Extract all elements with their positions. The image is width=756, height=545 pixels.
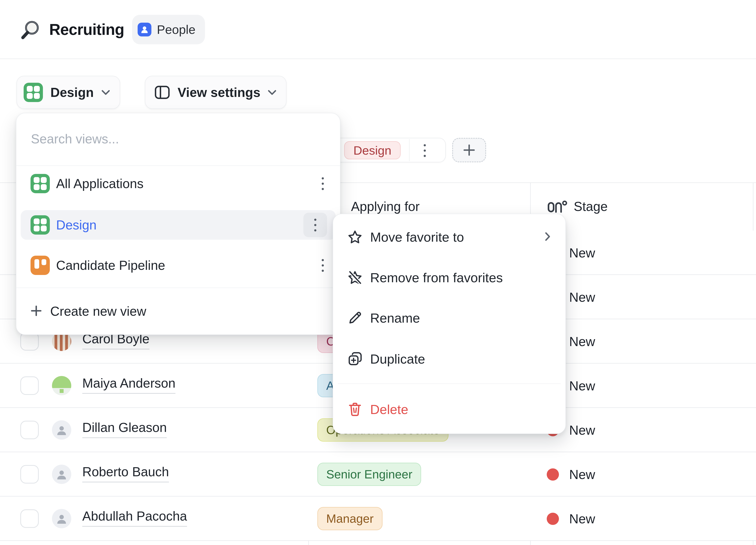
stage-label: New [569, 467, 595, 482]
row-checkbox[interactable] [20, 465, 39, 484]
app-canvas: Applying for Stage NewNewCarol BoyleCNew… [0, 0, 756, 545]
tab-badge-design[interactable]: Design [344, 141, 401, 159]
panel-divider [16, 288, 340, 288]
menu-item-rename[interactable]: Rename [338, 301, 561, 335]
object-type-badge[interactable]: People [132, 15, 205, 44]
menu-item-label: Move favorite to [370, 229, 545, 244]
person-name-link[interactable]: Abdullah Pacocha [82, 509, 187, 527]
stage-cell: New [547, 497, 595, 541]
chevron-right-icon [545, 232, 550, 242]
kanban-view-icon [31, 256, 50, 275]
create-new-view-label: Create new view [50, 304, 146, 319]
stage-status-icon [547, 198, 568, 214]
view-item-kebab-icon[interactable] [322, 259, 324, 272]
view-selector-button[interactable]: Design [17, 76, 120, 109]
view-item-label: All Applications [56, 176, 322, 191]
page-header: Recruiting People [0, 0, 756, 59]
stage-label: New [569, 511, 595, 526]
menu-item-duplicate[interactable]: Duplicate [338, 342, 561, 376]
stage-dot-icon [547, 513, 559, 525]
chevron-down-icon [101, 89, 110, 95]
menu-item-delete[interactable]: Delete [338, 392, 561, 426]
chevron-down-icon [268, 89, 277, 95]
applying-for-badge: Senior Engineer [317, 463, 421, 486]
stage-label: New [569, 290, 595, 305]
people-icon [138, 23, 151, 36]
plus-icon [30, 305, 42, 318]
magnifier-icon [20, 19, 41, 40]
stage-cell: New [547, 452, 595, 497]
applying-for-badge: Manager [317, 507, 383, 530]
avatar [52, 376, 71, 395]
row-checkbox[interactable] [20, 509, 39, 528]
view-list-item-design[interactable]: Design [21, 210, 336, 240]
table-view-icon [31, 215, 50, 234]
person-name-link[interactable]: Roberto Bauch [82, 464, 169, 482]
search-views-input[interactable] [31, 125, 322, 153]
menu-item-remove-from-favorites[interactable]: Remove from favorites [338, 260, 561, 295]
stage-label: New [569, 245, 595, 260]
view-item-label: Design [56, 217, 303, 232]
add-tab-button[interactable] [452, 138, 486, 162]
menu-item-label: Duplicate [370, 352, 561, 367]
view-settings-button[interactable]: View settings [145, 76, 286, 109]
table-view-icon [31, 174, 50, 193]
table-view-icon [24, 83, 43, 102]
view-selector-label: Design [50, 85, 94, 100]
menu-item-label: Remove from favorites [370, 270, 561, 285]
page-title: Recruiting [49, 20, 124, 39]
avatar [52, 420, 71, 440]
view-settings-label: View settings [178, 85, 260, 100]
star-off-icon [347, 270, 363, 285]
trash-icon [347, 402, 363, 416]
menu-divider [338, 384, 561, 384]
stage-label: New [569, 423, 595, 438]
duplicate-icon [347, 352, 363, 366]
column-header-label: Stage [574, 199, 608, 214]
view-item-label: Candidate Pipeline [56, 258, 322, 273]
tab-divider [409, 139, 409, 161]
view-item-kebab-icon[interactable] [322, 177, 324, 190]
menu-item-move-favorite-to[interactable]: Move favorite to [338, 220, 561, 254]
view-list-item-candidate-pipeline[interactable]: Candidate Pipeline [21, 250, 336, 280]
table-row[interactable]: Abdullah PacochaManagerNew [0, 497, 756, 541]
stage-dot-icon [547, 468, 559, 481]
view-context-menu: Move favorite toRemove from favoritesRen… [333, 214, 566, 434]
create-new-view-button[interactable]: Create new view [21, 297, 336, 326]
panel-divider [16, 165, 340, 166]
table-row[interactable]: Roberto BauchSenior EngineerNew [0, 452, 756, 497]
tab-kebab-menu-icon[interactable] [424, 144, 426, 157]
row-checkbox[interactable] [20, 421, 39, 439]
person-name-link[interactable]: Dillan Gleason [82, 420, 167, 438]
plus-icon [463, 144, 475, 156]
menu-item-label: Rename [370, 311, 561, 326]
view-settings-icon [154, 84, 170, 101]
pencil-icon [347, 311, 363, 325]
stage-label: New [569, 334, 595, 349]
view-item-kebab-icon[interactable] [303, 213, 327, 237]
row-checkbox[interactable] [20, 332, 39, 351]
column-header-label: Applying for [351, 199, 420, 214]
views-dropdown-panel: All ApplicationsDesignCandidate Pipeline… [16, 113, 340, 335]
stage-label: New [569, 378, 595, 393]
menu-item-label: Delete [370, 402, 561, 417]
star-icon [347, 230, 363, 244]
avatar [52, 509, 71, 528]
person-name-link[interactable]: Maiya Anderson [82, 376, 175, 394]
object-type-label: People [157, 22, 195, 37]
view-list-item-all-applications[interactable]: All Applications [21, 169, 336, 198]
avatar [52, 465, 71, 484]
row-checkbox[interactable] [20, 377, 39, 395]
